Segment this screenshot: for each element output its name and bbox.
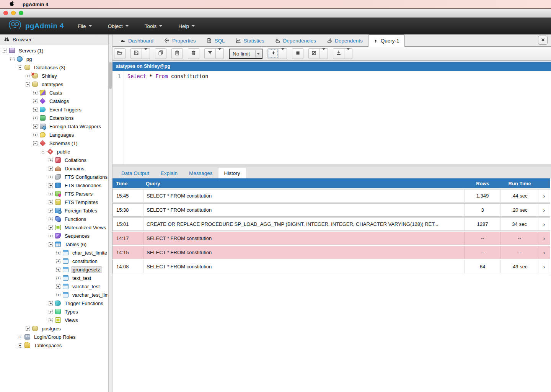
collapse-icon[interactable]: − (33, 141, 37, 145)
tree-item-casts[interactable]: +Casts (0, 88, 108, 97)
tree-item-databases-3[interactable]: −Databases (3) (0, 63, 108, 72)
expand-icon[interactable]: + (33, 108, 37, 112)
menu-help[interactable]: Help (178, 23, 195, 29)
expand-icon[interactable]: + (49, 158, 53, 162)
tree-item-varchar-test-lim[interactable]: +varchar_test_lim (0, 291, 108, 299)
expand-icon[interactable]: + (49, 183, 53, 188)
expand-icon[interactable]: + (49, 318, 53, 322)
save-dropdown-button[interactable] (142, 48, 150, 59)
output-tab-explain[interactable]: Explain (155, 168, 183, 178)
tree-item-grundgesetz[interactable]: +grundgesetz (0, 265, 108, 274)
chevron-right-icon[interactable]: › (538, 204, 550, 216)
apple-icon[interactable] (9, 0, 14, 8)
tree-item-functions[interactable]: +Functions (0, 215, 108, 223)
menu-bar-app-name[interactable]: pgAdmin 4 (23, 2, 48, 7)
history-row[interactable]: 14:08SELECT * FROM constitution64.49 sec… (112, 260, 550, 273)
expand-icon[interactable]: + (49, 209, 53, 213)
expand-icon[interactable]: + (56, 268, 60, 272)
chevron-right-icon[interactable]: › (538, 218, 550, 230)
menu-file[interactable]: File (78, 23, 92, 29)
tree-item-login-group-roles[interactable]: +Login/Group Roles (0, 333, 108, 341)
history-row[interactable]: 15:38SELECT * FROM constitution3.20 sec› (112, 203, 550, 217)
collapse-icon[interactable]: − (49, 242, 53, 247)
chevron-right-icon[interactable]: › (538, 246, 550, 259)
expand-icon[interactable]: + (49, 175, 53, 179)
tree-item-trigger-functions[interactable]: +Trigger Functions (0, 299, 108, 307)
expand-icon[interactable]: + (56, 251, 60, 255)
tree-scrollbar-thumb[interactable] (109, 62, 112, 89)
close-window-button[interactable] (3, 11, 8, 15)
collapse-icon[interactable]: − (3, 49, 7, 53)
chevron-down-icon[interactable] (255, 50, 261, 57)
stop-button[interactable] (292, 48, 303, 59)
expand-icon[interactable]: + (49, 225, 53, 230)
tree-item-postgres[interactable]: +postgres (0, 324, 108, 333)
expand-icon[interactable]: + (56, 276, 60, 280)
tab-sql[interactable]: SQL (201, 34, 230, 46)
tree-item-public[interactable]: −public (0, 147, 108, 156)
tree-item-schemas-1[interactable]: −Schemas (1) (0, 139, 108, 147)
expand-icon[interactable]: + (33, 133, 37, 137)
download-dropdown-button[interactable] (344, 48, 352, 59)
tree-item-tablespaces[interactable]: +Tablespaces (0, 341, 108, 350)
copy-button[interactable] (155, 48, 166, 59)
tab-dependents[interactable]: Dependents (321, 34, 368, 46)
tab-properties[interactable]: Properties (159, 34, 201, 46)
column-header-time[interactable]: Time (112, 181, 143, 186)
tab-query-1[interactable]: Query-1 (368, 34, 405, 47)
paste-button[interactable] (171, 48, 183, 59)
tree-item-catalogs[interactable]: +Catalogs (0, 97, 108, 105)
collapse-icon[interactable]: − (18, 65, 22, 70)
row-limit-select[interactable]: No limit (229, 49, 262, 59)
save-button[interactable] (130, 48, 142, 59)
output-tab-data-output[interactable]: Data Output (116, 168, 155, 178)
tree-item-tables-6[interactable]: −Tables (6) (0, 240, 108, 248)
output-tab-history[interactable]: History (218, 168, 246, 178)
filter-dropdown-button[interactable] (216, 48, 224, 59)
tree-item-sequences[interactable]: +Sequences (0, 232, 108, 240)
expand-icon[interactable]: + (49, 167, 53, 171)
collapse-icon[interactable]: − (10, 57, 15, 61)
column-header-run-time[interactable]: Run Time (501, 181, 538, 186)
expand-icon[interactable]: + (49, 217, 53, 221)
tab-dashboard[interactable]: Dashboard (115, 34, 159, 46)
edit-button[interactable] (308, 48, 320, 59)
execute-dropdown-button[interactable] (279, 48, 287, 59)
tree-item-languages[interactable]: +Languages (0, 131, 108, 139)
menu-tools[interactable]: Tools (145, 23, 163, 29)
tree-item-text-test[interactable]: +text_test (0, 274, 108, 282)
collapse-icon[interactable]: − (26, 82, 30, 87)
expand-icon[interactable]: + (33, 116, 37, 120)
delete-button[interactable] (188, 48, 199, 59)
expand-icon[interactable]: + (56, 293, 60, 297)
expand-icon[interactable]: + (49, 301, 53, 305)
download-button[interactable] (333, 48, 344, 59)
expand-icon[interactable]: + (33, 124, 37, 129)
expand-icon[interactable]: + (26, 327, 30, 331)
tree-item-pg[interactable]: −pg (0, 55, 108, 63)
tree-item-fts-templates[interactable]: +FTS Templates (0, 198, 108, 206)
tree-item-views[interactable]: +Views (0, 316, 108, 324)
tree-item-domains[interactable]: +Domains (0, 164, 108, 173)
close-tab-button[interactable] (538, 36, 548, 45)
expand-icon[interactable]: + (56, 259, 60, 263)
column-header-query[interactable]: Query (143, 181, 465, 186)
horizontal-splitter[interactable] (112, 164, 551, 167)
tree-item-foreign-tables[interactable]: +Foreign Tables (0, 206, 108, 215)
open-file-button[interactable] (114, 48, 126, 59)
tree-item-constitution[interactable]: +constitution (0, 257, 108, 265)
expand-icon[interactable]: + (49, 192, 53, 196)
expand-icon[interactable]: + (49, 200, 53, 204)
chevron-right-icon[interactable]: › (538, 232, 550, 245)
expand-icon[interactable]: + (49, 310, 53, 314)
tree-item-event-triggers[interactable]: +Event Triggers (0, 105, 108, 114)
expand-icon[interactable]: + (26, 74, 30, 78)
sql-editor[interactable]: 1 Select * From constitution (112, 71, 551, 164)
sql-code-line[interactable]: Select * From constitution (127, 73, 208, 79)
expand-icon[interactable]: + (18, 335, 22, 339)
menu-object[interactable]: Object (108, 23, 129, 29)
chevron-right-icon[interactable]: › (538, 260, 550, 273)
tab-dependencies[interactable]: Dependencies (270, 34, 321, 46)
history-row[interactable]: 15:01CREATE OR REPLACE PROCEDURE SP_LOAD… (112, 217, 550, 231)
edit-dropdown-button[interactable] (320, 48, 328, 59)
